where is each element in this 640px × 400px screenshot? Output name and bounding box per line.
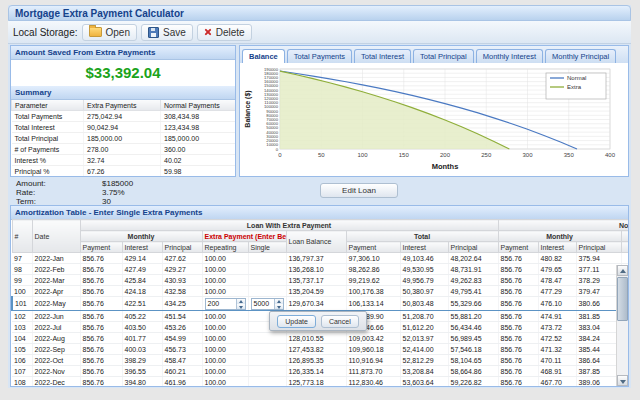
tab-total-interest[interactable]: Total Interest <box>354 49 411 63</box>
col-total-payment[interactable]: Payment <box>346 242 400 253</box>
summary-cell: 123,434.98 <box>161 122 237 133</box>
cancel-button[interactable]: Cancel <box>321 315 359 328</box>
svg-text:0: 0 <box>278 152 282 158</box>
scroll-down-icon[interactable] <box>617 375 628 386</box>
amort-cell: 105 <box>12 344 32 355</box>
amort-cell: 53,603.64 <box>400 377 448 387</box>
amort-cell: 51,612.20 <box>400 322 448 333</box>
vertical-scrollbar[interactable] <box>616 265 628 386</box>
amort-row-editing[interactable]: 1012022-May856.76422.51434.252005000129,… <box>12 297 628 311</box>
summary-row: Principal %67.2659.98 <box>12 166 237 177</box>
amort-cell: 52,812.29 <box>400 355 448 366</box>
delete-button-label: Delete <box>216 27 245 38</box>
col-date[interactable]: Date <box>32 220 80 253</box>
amort-cell: 100.00 <box>202 344 248 355</box>
svg-text:300: 300 <box>522 152 533 158</box>
loan-rate-value: 3.75% <box>102 188 125 197</box>
amort-row[interactable]: 972022-Jan856.76429.14427.62100.00136,79… <box>12 253 628 264</box>
amort-cell: 383.04 <box>576 322 621 333</box>
summary-cell: # of Payments <box>12 144 84 155</box>
tab-total-payments[interactable]: Total Payments <box>287 49 352 63</box>
amortization-panel: Amortization Table - Enter Single Extra … <box>10 205 629 387</box>
amort-cell: 127,453.82 <box>286 344 346 355</box>
amort-row[interactable]: 1062022-Oct856.76398.29458.47100.00126,8… <box>12 355 628 366</box>
amort-cell: 100.00 <box>202 253 248 264</box>
col-total-interest[interactable]: Interest <box>400 242 448 253</box>
col-num[interactable]: # <box>12 220 32 253</box>
amort-row[interactable]: 992022-Mar856.76425.84430.93100.00135,73… <box>12 275 628 286</box>
amort-cell: 135,737.17 <box>286 275 346 286</box>
amort-cell: 458.47 <box>162 355 202 366</box>
col-total-principal[interactable]: Principal <box>448 242 498 253</box>
delete-button[interactable]: Delete <box>197 24 252 41</box>
amort-cell: 856.76 <box>498 355 538 366</box>
row-editor-popup: Update Cancel <box>269 311 367 331</box>
amort-cell: 100.00 <box>202 377 248 387</box>
amort-cell: 387.85 <box>576 366 621 377</box>
amort-cell: 2022-Dec <box>32 377 80 387</box>
tab-total-principal[interactable]: Total Principal <box>413 49 474 63</box>
amort-cell: 97,306.10 <box>346 253 400 264</box>
balance-chart-svg: 0100002000030000400005000060000700008000… <box>240 63 628 175</box>
amort-row[interactable]: 1002022-Apr856.76424.18432.58100.00135,2… <box>12 286 628 297</box>
amort-cell: 49,103.46 <box>400 253 448 264</box>
svg-text:Balance ($): Balance ($) <box>244 90 252 127</box>
top-section: Amount Saved From Extra Payments $33,392… <box>10 45 629 177</box>
single-spinner[interactable]: 5000 <box>251 298 284 310</box>
spinner-down-icon[interactable] <box>275 304 283 309</box>
amort-cell: 856.76 <box>80 286 122 297</box>
scrollbar-thumb[interactable] <box>617 277 628 321</box>
spinner-buttons[interactable] <box>236 299 245 309</box>
amort-cell: 856.76 <box>80 366 122 377</box>
spinner-value[interactable]: 200 <box>206 300 236 307</box>
col-single[interactable]: Single <box>248 242 286 253</box>
col-normal-payment[interactable]: Payment <box>498 242 538 253</box>
amort-cell: 125,773.18 <box>286 377 346 387</box>
loan-info: Amount: $185000 Rate: 3.75% Term: 30 Edi… <box>10 179 629 205</box>
amort-cell: 470.11 <box>538 355 576 366</box>
amort-row[interactable]: 1042022-Aug856.76401.77454.99100.00128,0… <box>12 333 628 344</box>
svg-text:350: 350 <box>564 152 575 158</box>
amort-cell: 856.76 <box>498 264 538 275</box>
amort-cell: 2022-May <box>32 297 80 311</box>
amort-row[interactable]: 1072022-Nov856.76396.55460.21100.00126,3… <box>12 366 628 377</box>
spinner-value[interactable]: 5000 <box>252 300 274 307</box>
col-loan-balance[interactable]: Loan Balance <box>286 231 346 253</box>
amort-cell: 57,546.18 <box>448 344 498 355</box>
update-button[interactable]: Update <box>277 315 316 328</box>
open-button-label: Open <box>106 27 130 38</box>
col-monthly-payment[interactable]: Payment <box>80 242 122 253</box>
amort-cell: 129,670.34 <box>286 297 346 311</box>
col-normal-interest[interactable]: Interest <box>538 242 576 253</box>
amort-row[interactable]: 1082022-Dec856.76394.80461.96100.00125,7… <box>12 377 628 387</box>
toolbar: Local Storage: Open Save Delete <box>8 21 631 44</box>
amort-cell: 478.47 <box>538 275 576 286</box>
repeating-spinner[interactable]: 200 <box>205 298 246 310</box>
amort-cell: 200 <box>202 297 248 311</box>
amort-cell: 98,262.86 <box>346 264 400 275</box>
open-button[interactable]: Open <box>82 24 137 41</box>
spinner-buttons[interactable] <box>274 299 283 309</box>
amort-cell: 55,881.20 <box>448 311 498 322</box>
tab-monthly-interest[interactable]: Monthly Interest <box>476 49 543 63</box>
col-monthly-principal[interactable]: Principal <box>162 242 202 253</box>
tab-monthly-principal[interactable]: Monthly Principal <box>545 49 616 63</box>
tab-balance[interactable]: Balance <box>242 49 285 64</box>
amort-cell: 856.76 <box>498 377 538 387</box>
edit-loan-button[interactable]: Edit Loan <box>320 183 398 198</box>
group-monthly-normal: Monthly <box>498 231 621 242</box>
scroll-up-icon[interactable] <box>617 265 628 276</box>
amort-cell: 468.91 <box>538 366 576 377</box>
amort-cell: 49,795.41 <box>448 286 498 297</box>
amort-row[interactable]: 982022-Feb856.76427.49429.27100.00136,26… <box>12 264 628 275</box>
savings-panel: Amount Saved From Extra Payments $33,392… <box>10 45 236 177</box>
amort-cell: 856.76 <box>498 286 538 297</box>
amort-cell: 856.76 <box>80 377 122 387</box>
spinner-down-icon[interactable] <box>237 304 245 309</box>
col-monthly-interest[interactable]: Interest <box>122 242 162 253</box>
save-button[interactable]: Save <box>141 24 193 41</box>
amort-row[interactable]: 1052022-Sep856.76400.03456.73100.00127,4… <box>12 344 628 355</box>
col-repeating[interactable]: Repeating <box>202 242 248 253</box>
amort-cell: 59,226.82 <box>448 377 498 387</box>
col-normal-principal[interactable]: Principal <box>576 242 621 253</box>
